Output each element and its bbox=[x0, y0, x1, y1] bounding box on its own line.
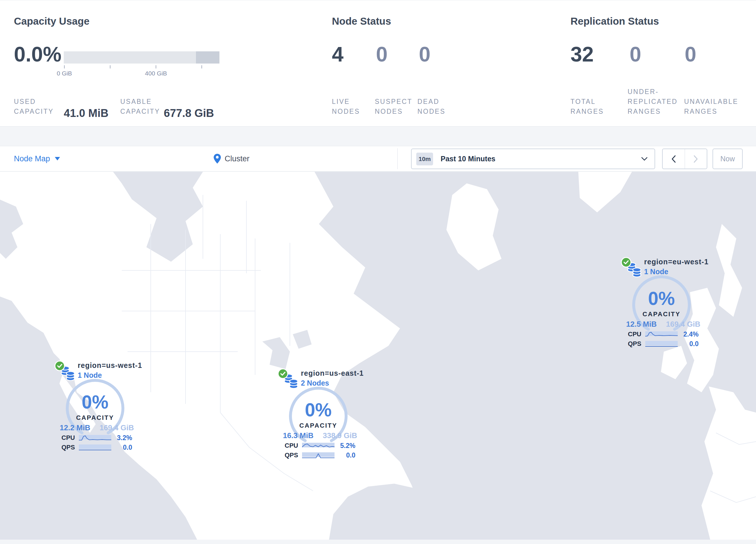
suspect-nodes-label: SUSPECT NODES bbox=[375, 97, 418, 116]
axis-tick-label-0: 0 GiB bbox=[57, 70, 72, 77]
region-label: region=eu-west-1 bbox=[644, 257, 708, 266]
region-capacity-percent: 0% bbox=[621, 288, 702, 309]
under-replicated-label: UNDER-REPLICATED RANGES bbox=[628, 87, 686, 116]
chevron-down-icon bbox=[55, 157, 60, 160]
breadcrumb-cluster: Cluster bbox=[225, 154, 250, 163]
region-used-capacity: 12.5 MiB bbox=[626, 320, 657, 329]
region-capacity-percent: 0% bbox=[54, 391, 136, 413]
time-range-dropdown[interactable]: 10m Past 10 Minutes bbox=[411, 148, 655, 169]
qps-label: QPS bbox=[285, 452, 301, 459]
cpu-sparkline bbox=[302, 442, 335, 449]
region-total-capacity: 169.4 GiB bbox=[666, 320, 700, 329]
axis-tick bbox=[64, 65, 65, 68]
cockroachdb-cluster-overview: { "stats_panel": { "capacity": { "title"… bbox=[0, 0, 756, 544]
healthy-check-icon bbox=[621, 257, 631, 267]
cpu-sparkline bbox=[645, 331, 678, 338]
world-map bbox=[0, 172, 756, 540]
qps-sparkline bbox=[302, 452, 335, 459]
capacity-bar-reserved-segment bbox=[196, 51, 219, 64]
toolbar-divider bbox=[397, 148, 398, 169]
used-capacity-value: 41.0 MiB bbox=[64, 107, 108, 119]
unavailable-ranges-value: 0 bbox=[685, 43, 696, 65]
cpu-label: CPU bbox=[61, 434, 78, 442]
cpu-label: CPU bbox=[285, 442, 301, 449]
map-toolbar: Node Map Cluster 10m Past 10 Minutes Now bbox=[0, 146, 756, 171]
qps-label: QPS bbox=[61, 444, 78, 451]
breadcrumb[interactable]: Cluster bbox=[214, 146, 250, 171]
cluster-stats-panel: Capacity Usage 0.0% 0 GiB 400 GiB USED C… bbox=[0, 0, 756, 126]
replication-status-title: Replication Status bbox=[570, 15, 659, 27]
cpu-sparkline bbox=[79, 434, 111, 442]
qps-label: QPS bbox=[628, 340, 644, 348]
suspect-nodes-value: 0 bbox=[376, 43, 388, 65]
region-total-capacity: 169.4 GiB bbox=[99, 423, 134, 432]
location-pin-icon bbox=[214, 154, 221, 164]
cpu-label: CPU bbox=[628, 331, 644, 338]
region-capacity-label: CAPACITY bbox=[278, 422, 359, 429]
cpu-value: 3.2% bbox=[117, 434, 132, 442]
usable-capacity-value: 677.8 GiB bbox=[164, 107, 214, 119]
unavailable-ranges-label: UNAVAILABLE RANGES bbox=[684, 97, 752, 116]
chevron-right-icon bbox=[693, 155, 698, 163]
capacity-usage-bar bbox=[64, 51, 219, 64]
dead-nodes-label: DEAD NODES bbox=[417, 97, 452, 116]
view-selector-label: Node Map bbox=[14, 154, 50, 163]
cpu-value: 5.2% bbox=[340, 442, 355, 450]
cpu-value: 2.4% bbox=[684, 331, 699, 338]
live-nodes-value: 4 bbox=[332, 43, 344, 65]
axis-tick bbox=[110, 65, 110, 68]
region-total-capacity: 338.9 GiB bbox=[323, 431, 357, 440]
time-back-button[interactable] bbox=[663, 149, 685, 168]
qps-value: 0.0 bbox=[123, 444, 132, 452]
qps-value: 0.0 bbox=[346, 452, 355, 459]
region-marker-us-east-1[interactable]: region=us-east-1 2 Nodes 0% CAPACITY 16.… bbox=[278, 367, 362, 463]
chevron-down-icon bbox=[641, 157, 648, 161]
region-used-capacity: 12.2 MiB bbox=[60, 423, 90, 432]
qps-value: 0.0 bbox=[689, 340, 699, 348]
under-replicated-value: 0 bbox=[630, 43, 641, 65]
healthy-check-icon bbox=[54, 361, 65, 371]
time-range-badge: 10m bbox=[416, 153, 433, 165]
healthy-check-icon bbox=[278, 369, 288, 379]
dead-nodes-value: 0 bbox=[419, 43, 430, 65]
region-capacity-label: CAPACITY bbox=[621, 311, 702, 318]
capacity-usage-title: Capacity Usage bbox=[14, 15, 90, 27]
axis-tick-label-400: 400 GiB bbox=[145, 70, 167, 77]
node-map: region=us-west-1 1 Node 0% CAPACITY 12.2… bbox=[0, 172, 756, 540]
axis-tick bbox=[156, 65, 156, 68]
region-capacity-label: CAPACITY bbox=[54, 414, 136, 422]
region-label: region=us-west-1 bbox=[78, 361, 142, 370]
now-button-label: Now bbox=[720, 155, 735, 163]
usable-capacity-label: USABLE CAPACITY bbox=[120, 97, 171, 116]
region-label: region=us-east-1 bbox=[301, 369, 364, 378]
total-ranges-value: 32 bbox=[570, 43, 594, 65]
time-pager bbox=[662, 148, 707, 169]
region-used-capacity: 16.3 MiB bbox=[283, 431, 314, 440]
region-marker-us-west-1[interactable]: region=us-west-1 1 Node 0% CAPACITY 12.2… bbox=[54, 359, 139, 455]
chevron-left-icon bbox=[671, 155, 676, 163]
live-nodes-label: LIVE NODES bbox=[332, 97, 367, 116]
now-button[interactable]: Now bbox=[713, 148, 743, 169]
time-forward-button[interactable] bbox=[685, 149, 707, 168]
region-marker-eu-west-1[interactable]: region=eu-west-1 1 Node 0% CAPACITY 12.5… bbox=[621, 255, 705, 351]
qps-sparkline bbox=[79, 444, 111, 451]
axis-tick bbox=[201, 65, 202, 68]
qps-sparkline bbox=[645, 340, 678, 348]
node-status-title: Node Status bbox=[332, 15, 391, 27]
view-selector-dropdown[interactable]: Node Map bbox=[14, 146, 60, 171]
region-capacity-percent: 0% bbox=[278, 399, 359, 421]
time-range-label: Past 10 Minutes bbox=[441, 155, 495, 163]
capacity-percent: 0.0% bbox=[14, 43, 61, 65]
total-ranges-label: TOTAL RANGES bbox=[570, 97, 608, 116]
used-capacity-label: USED CAPACITY bbox=[14, 97, 60, 116]
